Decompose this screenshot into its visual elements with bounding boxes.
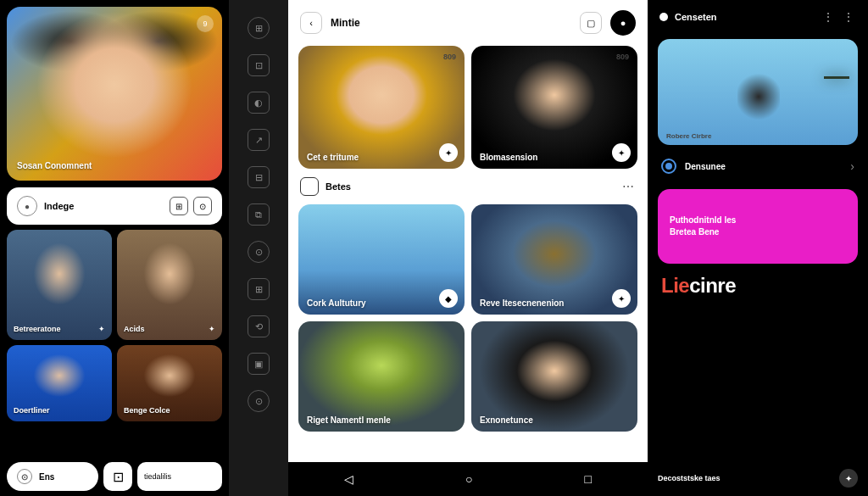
rail-icon-4[interactable]: ⊟	[248, 166, 270, 188]
rail-icon-3[interactable]: ↗	[248, 129, 270, 151]
radio-icon	[661, 159, 676, 174]
section-bar: ● Indege ⊞ ⊙	[7, 187, 222, 225]
card-3[interactable]: Cork Aultutury◆	[298, 204, 465, 315]
card-4[interactable]: Reve Itesecnenenion✦	[471, 204, 637, 315]
action-icon[interactable]: ✦	[612, 289, 631, 308]
list-label: Densunee	[685, 162, 842, 171]
rail-icon-9[interactable]: ▣	[248, 353, 270, 375]
chevron-right-icon: ›	[850, 159, 854, 173]
nav-link[interactable]: ⊙Ens	[7, 462, 98, 491]
section-title: Indege	[44, 201, 163, 211]
promo-line-2: Bretea Bene	[670, 226, 846, 238]
rail-icon-7[interactable]: ⊞	[248, 278, 270, 300]
card-label: Cork Aultutury	[307, 298, 366, 308]
card-label: Cet e tritume	[307, 153, 359, 162]
card-count: 809	[616, 53, 629, 61]
feature-label: Robere Cirbre	[666, 132, 711, 140]
thumb-label: Benge Colce	[124, 406, 170, 415]
dot-icon	[659, 13, 668, 21]
thumb-2[interactable]: Acids✦	[117, 230, 222, 340]
square-icon[interactable]: ▢	[580, 12, 602, 34]
card-label: Reve Itesecnenenion	[480, 298, 564, 308]
feature-card[interactable]: Robere Cirbre	[658, 39, 858, 145]
grid-icon[interactable]: ⊞	[170, 197, 188, 215]
list-item-1[interactable]: Densunee ›	[648, 150, 868, 182]
action-button[interactable]: ●	[610, 10, 636, 36]
hero-card[interactable]: 9 Sosan Conomnent	[7, 7, 222, 181]
rail-icon-5[interactable]: ⧉	[248, 203, 270, 226]
more-icon-2[interactable]: ⋮	[843, 10, 856, 24]
thumb-label: Doertliner	[14, 406, 50, 415]
promo-card[interactable]: Puthodnitnld les Bretea Bene	[658, 189, 858, 264]
sub-icon[interactable]	[300, 177, 319, 196]
card-label: Exnonetunce	[480, 415, 533, 425]
card-label: Blomasension	[480, 153, 537, 162]
thumb-label: Betreeratone	[14, 325, 61, 333]
thumb-3[interactable]: Doertliner	[7, 345, 112, 421]
nav-back-icon[interactable]: ◁	[344, 472, 353, 486]
hero-label: Sosan Conomnent	[17, 161, 92, 170]
nav-extra-label: tiedalilis	[144, 472, 171, 481]
more-icon[interactable]: ⋯	[622, 180, 636, 193]
camera-icon[interactable]: ⊙	[193, 197, 212, 215]
card-5[interactable]: Riget Namentl menle	[298, 321, 465, 432]
sub-label: Betes	[326, 181, 615, 192]
rail-icon-8[interactable]: ⟲	[248, 315, 270, 337]
nav-home-icon[interactable]: ○	[465, 472, 472, 486]
dot-icon: ●	[17, 196, 37, 216]
card-1[interactable]: 809Cet e tritume✦	[298, 46, 465, 169]
spark-icon: ✦	[98, 325, 105, 333]
card-2[interactable]: 809Blomasension✦	[471, 46, 637, 169]
rail-icon-10[interactable]: ⊙	[248, 390, 270, 412]
action-icon[interactable]: ◆	[439, 289, 458, 308]
footer-icon[interactable]: ✦	[839, 469, 858, 488]
play-icon[interactable]: ✦	[612, 143, 631, 162]
brand-logo: Liecinre	[661, 274, 854, 298]
promo-line-1: Puthodnitnld les	[670, 215, 846, 226]
nav-extra[interactable]: tiedalilis	[137, 462, 222, 491]
panel-title: Censeten	[675, 12, 815, 22]
card-label: Riget Namentl menle	[307, 415, 391, 425]
play-icon[interactable]: ✦	[439, 143, 458, 162]
rail-icon-0[interactable]: ⊞	[248, 17, 270, 39]
thumb-1[interactable]: Betreeratone✦	[7, 230, 112, 340]
rail-icon-6[interactable]: ⊙	[248, 241, 270, 263]
spark-icon: ✦	[209, 325, 215, 333]
back-icon[interactable]: ‹	[300, 12, 322, 34]
footer-label: Decoststske taes	[658, 474, 832, 482]
rail-icon-2[interactable]: ◐	[248, 92, 270, 114]
hero-badge: 9	[197, 15, 214, 32]
nav-square[interactable]: ⊡	[103, 462, 132, 491]
more-icon[interactable]: ⋮	[822, 10, 836, 24]
page-title: Mintie	[331, 17, 571, 29]
nav-label: Ens	[39, 472, 54, 482]
card-6[interactable]: Exnonetunce	[471, 321, 637, 432]
card-count: 809	[443, 53, 456, 61]
thumb-label: Acids	[124, 325, 145, 333]
nav-recent-icon[interactable]: □	[585, 472, 592, 486]
rail-icon-1[interactable]: ⊡	[248, 54, 270, 76]
thumb-4[interactable]: Benge Colce	[117, 345, 222, 421]
